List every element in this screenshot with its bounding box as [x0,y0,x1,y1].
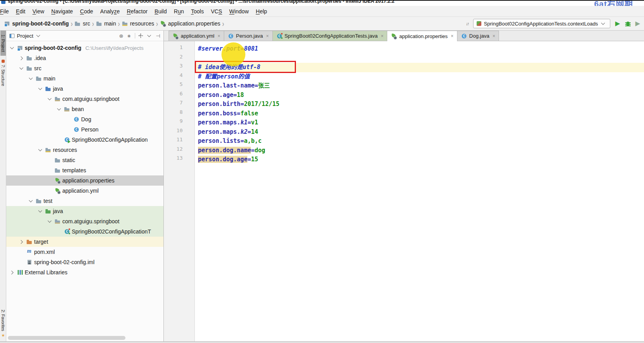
tree-item-src[interactable]: src [6,63,163,73]
chevron-right-icon[interactable] [19,55,25,61]
line-number: 3 [164,63,194,72]
close-icon[interactable]: × [492,33,495,39]
code-segment: person.maps. [198,128,240,135]
tree-item-pom-xml[interactable]: pom.xml [6,247,163,257]
hide-panel-icon[interactable]: ⊣ [156,33,160,38]
breadcrumb-spring-boot-02-config[interactable]: spring-boot-02-config [4,20,69,27]
menu-item-view[interactable]: View [29,7,48,16]
tab-application-yml[interactable]: application.yml× [169,31,224,41]
menu-item-run[interactable]: Run [171,7,188,16]
tree-item-com-atguigu-springboot[interactable]: com.atguigu.springboot [6,94,163,104]
chevron-down-icon[interactable] [38,147,44,153]
code-line-7: person.birth=2017/12/15 [195,100,644,109]
close-icon[interactable]: × [451,33,454,39]
editor-code-area[interactable]: #server.port=8081# idea使用的是utf-8# 配置pers… [195,41,644,341]
tool-button-favorites[interactable]: 2: Favorites [0,306,6,341]
tab-label: SpringBoot02ConfigApplicationTests.java [285,33,378,39]
menu-item-file[interactable]: File [0,7,13,16]
folder-icon [26,55,33,61]
collapse-all-icon[interactable]: ∗ [127,33,131,38]
run-config-select[interactable]: SpringBoot02ConfigApplicationTests.conte… [473,19,610,28]
tree-item-springboot02configapplicationt[interactable]: SpringBoot02ConfigApplicationT [6,226,163,237]
tool-button-structure[interactable]: 7: Structure [0,56,6,90]
chevron-down-icon[interactable] [47,96,53,102]
close-icon[interactable]: × [218,33,220,39]
chevron-down-icon[interactable] [28,76,34,82]
main-area: 1: Project7: Structure2: Favorites Proje… [0,31,644,341]
tree-item-external-libraries[interactable]: External Libraries [6,267,163,277]
tree-item-main[interactable]: main [6,73,163,84]
locate-icon[interactable]: ⊗ [119,33,123,38]
menu-item-code[interactable]: Code [76,7,96,16]
tree-item-templates[interactable]: templates [6,165,163,175]
chevron-right-icon[interactable] [19,239,25,245]
close-icon[interactable]: × [381,33,383,39]
close-icon[interactable]: × [266,33,269,39]
libraries-icon [17,269,23,275]
menu-item-vcs[interactable]: VCS [207,7,226,16]
chevron-down-icon[interactable] [19,66,25,71]
tree-item-person[interactable]: Person [6,124,163,135]
tree-item-target[interactable]: target [6,237,163,247]
breadcrumb-main[interactable]: main [96,20,116,27]
tree-item-idea[interactable]: .idea [6,53,163,63]
breadcrumb-application-properties[interactable]: application.properties [160,20,220,27]
chevron-down-icon[interactable] [38,86,44,92]
run-config-icon [477,21,481,26]
tree-item-java[interactable]: java [6,84,163,94]
tree-item-application-yml[interactable]: application.yml [6,186,163,196]
menu-item-help[interactable]: Help [252,7,271,16]
tree-item-springboot02configapplication[interactable]: SpringBoot02ConfigApplication [6,135,163,145]
menu-item-build[interactable]: Build [151,7,170,16]
tab-dog-java[interactable]: Dog.java× [457,31,499,41]
tree-item-java[interactable]: java [6,206,163,216]
tree-item-static[interactable]: static [6,155,163,165]
sort-icon[interactable]: ↓↑ [466,21,468,26]
code-line-5: person.last-name=张三 [195,81,644,91]
chevron-down-icon[interactable] [28,198,34,204]
tree-item-bean[interactable]: bean [6,104,163,114]
tree-item-application-properties[interactable]: application.properties [6,175,163,186]
menu-item-window[interactable]: Window [226,7,252,16]
tree-item-label: target [34,239,48,245]
tree-item-test[interactable]: test [6,196,163,206]
debug-button[interactable] [625,21,631,27]
code-segment: person.boss [198,110,237,117]
tree-item-label: pom.xml [34,249,55,255]
code-line-8: person.boss=false [195,109,644,119]
run-with-coverage-button[interactable]: ▶ [635,20,640,27]
menu-item-edit[interactable]: Edit [13,7,29,16]
code-line-13: person.dog.age=15 [195,155,644,164]
tree-indent [19,259,25,265]
settings-gear-icon[interactable] [139,34,143,38]
tool-button-project[interactable]: 1: Project [0,31,6,56]
breadcrumb-resources[interactable]: resources [122,20,154,27]
folder-icon [54,167,61,173]
tree-item-path: C:\Users\lfy\IdeaProjects [85,45,144,51]
menu-item-analyze[interactable]: Analyze [97,7,123,16]
chevron-down-icon [147,33,152,39]
tree-item-spring-boot-02-config-iml[interactable]: spring-boot-02-config.iml [6,257,163,267]
scrollbar-thumb[interactable] [8,336,125,340]
chevron-down-icon[interactable] [9,45,15,51]
menu-item-refactor[interactable]: Refactor [123,7,151,16]
menu-item-tools[interactable]: Tools [187,7,207,16]
run-button[interactable]: ▶ [615,20,620,27]
chevron-down-icon[interactable] [47,219,53,224]
chevron-right-icon[interactable] [9,270,15,275]
tree-item-label: src [34,65,42,71]
tree-item-spring-boot-02-config[interactable]: spring-boot-02-configC:\Users\lfy\IdeaPr… [6,43,163,53]
chevron-down-icon[interactable] [56,106,62,112]
project-scrollbar [8,336,162,341]
folder-icon [36,198,42,204]
tab-application-properties[interactable]: application.properties× [387,31,457,41]
menu-item-navigate[interactable]: Navigate [48,7,76,16]
chevron-down-icon[interactable] [38,208,44,214]
chevron-down-icon[interactable] [36,33,42,39]
tab-springboot02configapplicationtests-java[interactable]: SpringBoot02ConfigApplicationTests.java× [272,31,388,41]
breadcrumb-src[interactable]: src [74,20,90,27]
tab-person-java[interactable]: Person.java× [224,31,273,41]
tree-item-resources[interactable]: resources [6,145,163,155]
tree-item-com-atguigu-springboot[interactable]: com.atguigu.springboot [6,216,163,226]
tree-item-dog[interactable]: Dog [6,114,163,124]
